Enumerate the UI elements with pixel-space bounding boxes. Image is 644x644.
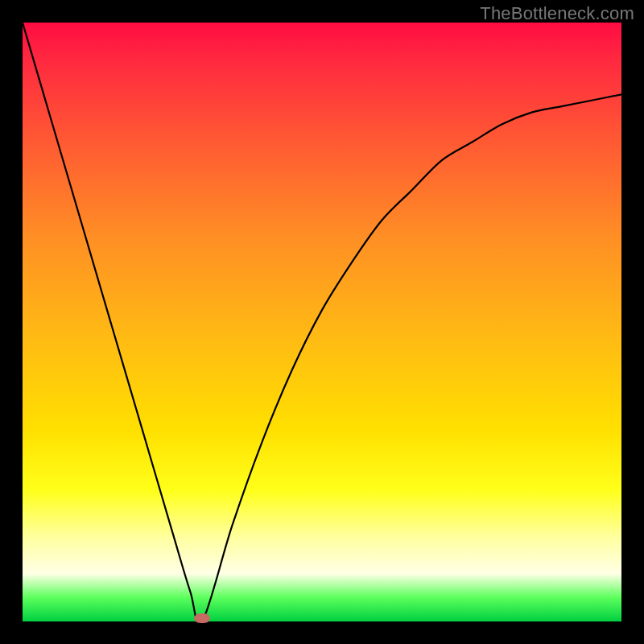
plot-area (23, 23, 621, 621)
optimal-point-marker (194, 613, 210, 623)
watermark-text: TheBottleneck.com (480, 3, 634, 24)
bottleneck-curve (23, 23, 621, 621)
